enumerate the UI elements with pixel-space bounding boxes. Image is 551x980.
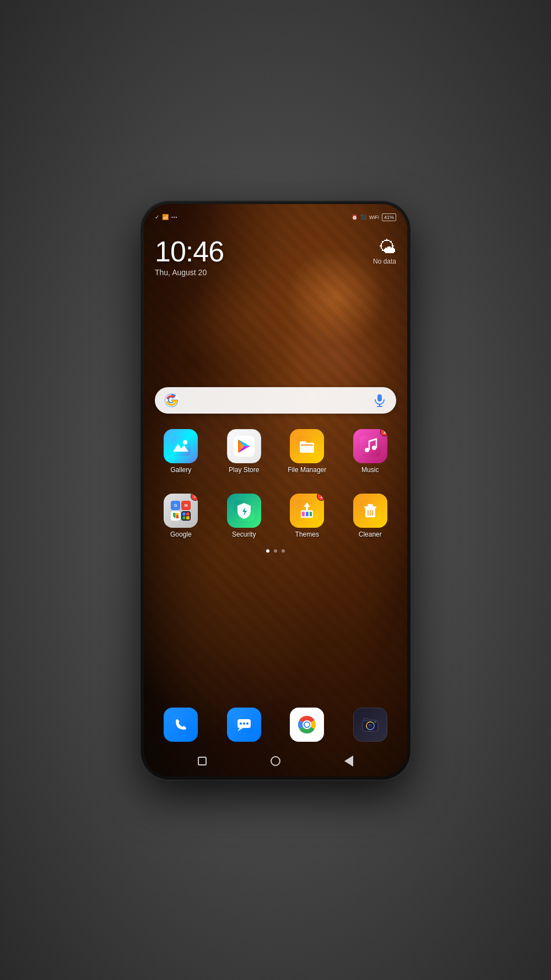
weather-widget: 🌤 No data [373,237,396,265]
security-label: Security [232,531,256,538]
svg-point-36 [240,722,242,725]
chrome-svg [297,715,317,735]
themes-label: Themes [295,531,319,538]
dock [149,703,402,746]
more-mini-icon [181,511,191,521]
back-button[interactable] [342,754,355,768]
search-bar[interactable]: G [155,387,396,414]
google-mini-icon: G [171,501,180,510]
svg-marker-16 [173,513,175,518]
app-themes[interactable]: 1 [276,489,339,543]
dock-camera[interactable] [339,703,402,746]
music-label: Music [361,466,379,474]
clock-widget: 10:46 Thu, August 20 [155,237,224,277]
cleaner-svg [360,500,381,521]
svg-point-43 [305,722,309,727]
app-google-folder[interactable]: 9 G M [149,489,213,543]
svg-rect-6 [171,436,191,456]
phone-device: ✓ 📶 ••• ⏰ ⬛ WiFi 41% 10:46 Thu, August 2… [141,201,410,780]
clock-date: Thu, August 20 [155,268,224,277]
app-grid-row2: 9 G M [149,489,402,543]
svg-rect-28 [368,504,373,506]
mic-svg [374,394,385,407]
status-left-icons: ✓ 📶 ••• [155,214,177,220]
status-right-icons: ⏰ ⬛ WiFi 41% [352,213,396,221]
dock-chrome[interactable] [276,703,339,746]
home-button[interactable] [269,754,282,768]
page-dot-1[interactable] [266,549,269,553]
page-dots [144,549,407,553]
maps-mini-icon [171,511,180,521]
cleaner-label: Cleaner [359,531,382,538]
battery-icon: 41% [382,213,396,221]
svg-rect-50 [364,719,368,721]
dock-phone[interactable] [149,703,213,746]
app-grid-row1: Gallery [149,425,402,478]
filemanager-icon [290,429,324,463]
svg-rect-12 [360,436,381,457]
weather-text: No data [373,258,396,265]
gallery-svg [171,436,191,456]
check-circle-icon: ✓ [155,214,159,220]
app-gallery[interactable]: Gallery [149,425,213,478]
dock-messages[interactable] [213,703,276,746]
status-bar: ✓ 📶 ••• ⏰ ⬛ WiFi 41% [144,204,407,226]
app-playstore[interactable]: Play Store [213,425,276,478]
playstore-label: Play Store [229,466,259,474]
notification-dots-icon: ••• [171,215,177,219]
messages-svg [234,715,254,735]
weather-icon: 🌤 [373,237,396,258]
filemanager-svg [296,436,317,457]
svg-rect-22 [302,512,305,516]
chrome-icon [290,708,324,742]
svg-point-37 [243,722,245,725]
clock-area: 10:46 Thu, August 20 🌤 No data [144,226,407,277]
messages-icon [227,708,261,742]
svg-rect-24 [310,512,312,516]
playstore-icon [227,429,261,463]
playstore-svg [234,436,255,457]
svg-rect-11 [301,445,313,446]
phone-screen: ✓ 📶 ••• ⏰ ⬛ WiFi 41% 10:46 Thu, August 2… [144,204,407,776]
svg-point-38 [246,722,249,725]
clock-time: 10:46 [155,237,224,266]
app-music[interactable]: 1 [339,425,402,478]
recents-icon [198,757,207,765]
back-icon [344,756,353,767]
svg-point-49 [369,724,370,725]
gallery-label: Gallery [170,466,191,474]
cleaner-icon [353,494,387,528]
music-icon: 1 [353,429,387,463]
music-svg [360,436,381,457]
recents-button[interactable] [196,754,209,768]
google-g-icon [164,393,179,408]
google-folder-label: Google [170,531,192,538]
gmail-mini-icon: M [181,501,191,510]
app-cleaner[interactable]: Cleaner [339,489,402,543]
themes-icon: 1 [290,494,324,528]
app-filemanager[interactable]: File Manager [276,425,339,478]
wifi-icon: WiFi [369,215,379,220]
google-search-input[interactable]: G [155,387,396,414]
svg-point-51 [374,721,376,723]
themes-badge: 1 [317,494,324,501]
filemanager-label: File Manager [288,466,326,474]
camera-icon [353,708,387,742]
svg-rect-3 [377,394,382,401]
microphone-icon[interactable] [372,393,387,408]
svg-rect-23 [306,512,309,516]
app-security[interactable]: Security [213,489,276,543]
camera-svg [360,715,380,735]
google-folder-icon: 9 G M [164,494,198,528]
svg-marker-18 [176,515,179,518]
themes-svg [296,500,317,521]
svg-point-8 [183,440,187,445]
security-svg [234,500,255,521]
security-icon [227,494,261,528]
home-icon [271,756,280,766]
sim-icon: 📶 [162,214,169,220]
page-dot-2[interactable] [274,549,277,553]
svg-rect-32 [171,715,191,735]
google-badge: 9 [191,494,198,501]
page-dot-3[interactable] [282,549,285,553]
